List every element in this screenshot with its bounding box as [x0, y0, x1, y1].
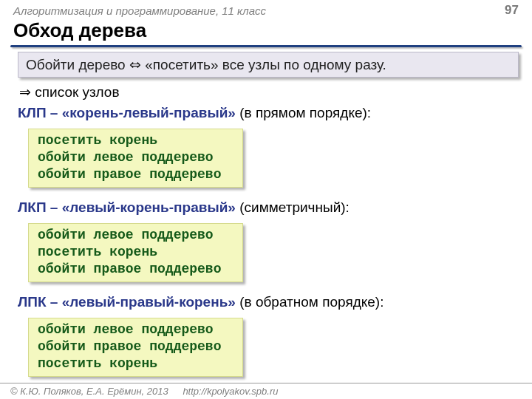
- content-area: Обойти дерево ⇔ «посетить» все узлы по о…: [0, 47, 532, 384]
- method-note: (в прямом порядке):: [239, 105, 371, 120]
- code-box-klp: посетить корень обойти левое поддерево о…: [28, 129, 243, 188]
- method-note: (в обратном порядке):: [239, 294, 383, 310]
- method-name: «корень-левый-правый»: [62, 105, 236, 120]
- method-klp: КЛП – «корень-левый-правый» (в прямом по…: [18, 105, 519, 121]
- code-line: обойти правое поддерево: [38, 166, 233, 183]
- footer-author: © К.Ю. Поляков, Е.А. Ерёмин, 2013: [10, 386, 168, 397]
- page-title: Обход дерева: [0, 18, 532, 45]
- code-line: посетить корень: [38, 355, 233, 372]
- code-box-lpk: обойти левое поддерево обойти правое под…: [28, 318, 243, 377]
- definition-box: Обойти дерево ⇔ «посетить» все узлы по о…: [18, 52, 519, 78]
- method-lkp: ЛКП – «левый-корень-правый» (симметричны…: [18, 200, 519, 216]
- method-note: (симметричный):: [239, 200, 349, 215]
- method-lpk: ЛПК – «левый-правый-корень» (в обратном …: [18, 294, 519, 310]
- code-line: обойти левое поддерево: [38, 321, 233, 338]
- code-line: обойти левое поддерево: [38, 149, 233, 166]
- slide-header: Алгоритмизация и программирование, 11 кл…: [0, 0, 532, 18]
- code-line: посетить корень: [38, 132, 233, 149]
- code-line: обойти левое поддерево: [38, 227, 233, 244]
- code-line: посетить корень: [38, 244, 233, 261]
- code-line: обойти правое поддерево: [38, 338, 233, 355]
- method-abbr: ЛПК: [18, 294, 47, 310]
- page-number: 97: [505, 3, 519, 18]
- course-name: Алгоритмизация и программирование, 11 кл…: [13, 4, 266, 17]
- method-name: «левый-правый-корень»: [62, 294, 236, 310]
- arrow-line: ⇒ список узлов: [19, 83, 519, 100]
- method-abbr: КЛП: [18, 105, 47, 120]
- slide-footer: © К.Ю. Поляков, Е.А. Ерёмин, 2013 http:/…: [0, 383, 532, 397]
- footer-link: http://kpolyakov.spb.ru: [183, 386, 278, 397]
- method-abbr: ЛКП: [18, 200, 47, 215]
- method-name: «левый-корень-правый»: [62, 200, 236, 215]
- code-line: обойти правое поддерево: [38, 261, 233, 278]
- code-box-lkp: обойти левое поддерево посетить корень о…: [28, 223, 243, 282]
